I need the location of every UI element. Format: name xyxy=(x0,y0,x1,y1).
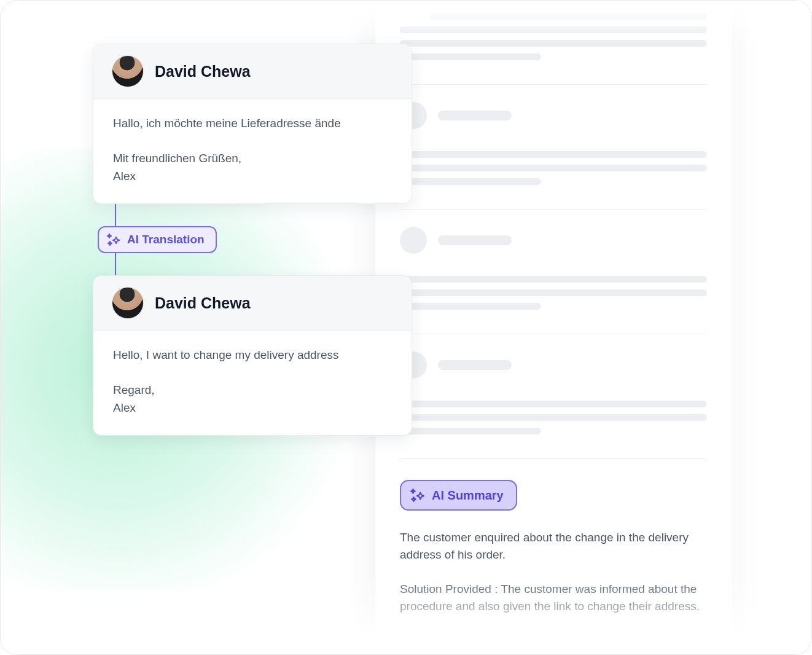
skeleton-name xyxy=(438,111,512,120)
sparkle-icon xyxy=(106,232,121,247)
skeleton-line xyxy=(400,428,541,434)
skeleton-line xyxy=(400,26,707,33)
skeleton-line xyxy=(400,40,707,47)
skeleton-line xyxy=(400,303,541,310)
skeleton-line xyxy=(400,165,707,171)
sparkle-icon xyxy=(410,487,426,503)
ai-summary-chip[interactable]: AI Summary xyxy=(400,480,517,511)
translated-message-card: David Chewa Hello, I want to change my d… xyxy=(93,275,412,436)
skeleton-name xyxy=(438,360,512,370)
message-body-translated: Hello, I want to change my delivery addr… xyxy=(93,331,412,435)
ai-translation-chip[interactable]: AI Translation xyxy=(98,226,217,253)
skeleton-line xyxy=(400,178,541,185)
skeleton-block xyxy=(400,334,707,459)
sender-name: David Chewa xyxy=(155,294,251,312)
message-header: David Chewa xyxy=(93,276,412,331)
avatar xyxy=(112,287,144,319)
message-body-original: Hallo, ich möchte meine Lieferadresse än… xyxy=(93,99,412,203)
ai-translation-label: AI Translation xyxy=(127,233,205,246)
translation-stack: David Chewa Hallo, ich möchte meine Lief… xyxy=(93,44,412,436)
thread-panel: AI Summary The customer enquired about t… xyxy=(375,1,732,654)
connector-line xyxy=(115,204,116,226)
skeleton-line xyxy=(400,289,707,296)
ai-summary-section: AI Summary The customer enquired about t… xyxy=(400,459,707,616)
original-message-card: David Chewa Hallo, ich möchte meine Lief… xyxy=(93,44,412,204)
skeleton-block xyxy=(400,85,707,210)
ai-summary-text: The customer enquired about the change i… xyxy=(400,529,707,616)
skeleton-block xyxy=(400,210,707,334)
skeleton-line xyxy=(400,414,707,421)
avatar xyxy=(112,55,144,87)
skeleton-block xyxy=(400,6,707,85)
skeleton-name xyxy=(438,235,512,245)
sender-name: David Chewa xyxy=(155,63,251,80)
connector-line xyxy=(115,253,116,275)
skeleton-line xyxy=(431,13,707,20)
skeleton-line xyxy=(400,53,541,60)
skeleton-line xyxy=(400,276,707,283)
ai-summary-label: AI Summary xyxy=(432,488,504,503)
skeleton-line xyxy=(400,401,707,407)
message-header: David Chewa xyxy=(93,44,412,99)
skeleton-line xyxy=(400,151,707,158)
